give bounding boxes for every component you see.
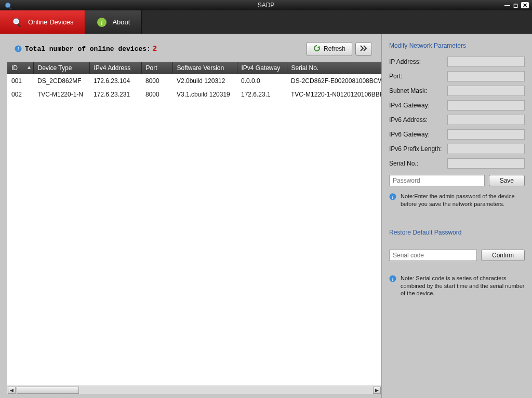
svg-point-3 xyxy=(15,19,18,23)
tab-about[interactable]: i About xyxy=(85,10,142,34)
app-logo-icon xyxy=(3,1,17,9)
tab-online-devices[interactable]: Online Devices xyxy=(0,10,85,34)
restore-title: Restore Default Password xyxy=(389,229,525,236)
label-port: Port: xyxy=(389,73,447,80)
svg-rect-4 xyxy=(17,24,21,27)
col-software-version[interactable]: Software Version xyxy=(172,62,237,74)
input-ipv6-gateway[interactable] xyxy=(447,129,525,140)
field-ipv4-gateway: IPv4 Gateway: xyxy=(389,100,525,111)
scroll-left-icon[interactable]: ◀ xyxy=(8,387,16,394)
field-ipv6-address: IPv6 Address: xyxy=(389,115,525,125)
field-ip-address: IP Address: xyxy=(389,57,525,67)
scroll-right-icon[interactable]: ▶ xyxy=(373,387,381,394)
label-subnet-mask: Subnet Mask: xyxy=(389,87,447,94)
tab-label: Online Devices xyxy=(28,18,73,26)
label-ipv6-gateway: IPv6 Gateway: xyxy=(389,131,447,138)
field-port: Port: xyxy=(389,71,525,81)
save-note: i Note:Enter the admin password of the d… xyxy=(389,193,525,208)
col-port[interactable]: Port xyxy=(141,62,172,74)
save-note-text: Note:Enter the admin password of the dev… xyxy=(401,193,525,208)
close-button[interactable]: ✕ xyxy=(521,2,529,8)
horizontal-scrollbar[interactable]: ◀ ▶ xyxy=(7,386,381,394)
label-ipv6-prefix: IPv6 Prefix Length: xyxy=(389,145,447,153)
field-subnet-mask: Subnet Mask: xyxy=(389,86,525,96)
device-count-value: 2 xyxy=(153,45,157,53)
table-row[interactable]: 002 TVC-M1220-1-N 172.6.23.231 8000 V3.1… xyxy=(7,88,381,101)
input-port[interactable] xyxy=(447,71,525,81)
titlebar: SADP — ◻ ✕ xyxy=(0,0,532,10)
tab-bar: Online Devices i About xyxy=(0,10,532,34)
maximize-button[interactable]: ◻ xyxy=(513,2,518,9)
right-panel: Modify Network Parameters IP Address: Po… xyxy=(381,34,532,398)
input-ipv6-prefix[interactable] xyxy=(447,144,525,154)
main-area: i Total number of online devices: 2 Refr… xyxy=(0,34,532,398)
label-ipv4-gateway: IPv4 Gateway: xyxy=(389,102,447,109)
col-serial-no[interactable]: Serial No. xyxy=(287,62,381,74)
sort-asc-icon xyxy=(27,64,31,71)
chevrons-right-icon xyxy=(360,45,367,53)
info-icon: i xyxy=(389,193,396,208)
svg-rect-1 xyxy=(9,7,12,9)
window-controls: — ◻ ✕ xyxy=(504,2,532,9)
app-window: SADP — ◻ ✕ Online Devices i xyxy=(0,0,532,398)
field-ipv6-prefix: IPv6 Prefix Length: xyxy=(389,144,525,154)
label-ipv6-address: IPv6 Address: xyxy=(389,116,447,123)
refresh-label: Refresh xyxy=(324,45,345,52)
table-row[interactable]: 001 DS_2CD862MF 172.6.23.104 8000 V2.0bu… xyxy=(7,74,381,88)
save-button[interactable]: Save xyxy=(489,175,525,186)
col-device-type[interactable]: Device Type xyxy=(33,62,89,74)
device-count-label: Total number of online devices: xyxy=(25,45,151,53)
modify-params-title: Modify Network Parameters xyxy=(389,42,525,49)
field-serial-no: Serial No.: xyxy=(389,158,525,169)
label-ip-address: IP Address: xyxy=(389,58,447,65)
col-ipv4-address[interactable]: IPv4 Address xyxy=(89,62,141,74)
info-icon: i xyxy=(389,275,396,298)
col-id[interactable]: ID xyxy=(7,62,33,74)
scroll-thumb[interactable] xyxy=(17,387,79,394)
svg-text:i: i xyxy=(392,276,394,282)
device-table-wrap: ID Device Type IPv4 Address Port Softwar… xyxy=(7,62,381,394)
password-input[interactable] xyxy=(389,175,485,186)
input-serial-no[interactable] xyxy=(447,158,525,169)
field-ipv6-gateway: IPv6 Gateway: xyxy=(389,129,525,140)
svg-text:i: i xyxy=(392,194,394,200)
window-title: SADP xyxy=(258,2,275,9)
info-icon: i xyxy=(97,17,107,28)
search-devices-icon xyxy=(11,17,23,28)
expand-button[interactable] xyxy=(355,43,372,56)
info-icon: i xyxy=(15,45,22,52)
table-header-row: ID Device Type IPv4 Address Port Softwar… xyxy=(7,62,381,74)
input-ip-address[interactable] xyxy=(447,57,525,67)
device-table: ID Device Type IPv4 Address Port Softwar… xyxy=(7,62,381,101)
toolbar: i Total number of online devices: 2 Refr… xyxy=(0,39,381,59)
minimize-button[interactable]: — xyxy=(504,2,510,8)
svg-text:i: i xyxy=(18,46,19,52)
restore-note: i Note: Serial code is a series of chara… xyxy=(389,275,525,298)
tab-label: About xyxy=(112,18,130,26)
serial-code-input[interactable] xyxy=(389,250,477,261)
refresh-button[interactable]: Refresh xyxy=(307,42,352,56)
input-ipv6-address[interactable] xyxy=(447,115,525,125)
restore-note-text: Note: Serial code is a series of charact… xyxy=(401,275,525,298)
label-serial-no: Serial No.: xyxy=(389,160,447,167)
input-ipv4-gateway[interactable] xyxy=(447,100,525,111)
left-pane: i Total number of online devices: 2 Refr… xyxy=(0,34,381,398)
confirm-button[interactable]: Confirm xyxy=(481,250,525,261)
col-ipv4-gateway[interactable]: IPv4 Gateway xyxy=(237,62,287,74)
input-subnet-mask[interactable] xyxy=(447,86,525,96)
svg-text:i: i xyxy=(101,19,103,26)
refresh-icon xyxy=(313,45,321,53)
